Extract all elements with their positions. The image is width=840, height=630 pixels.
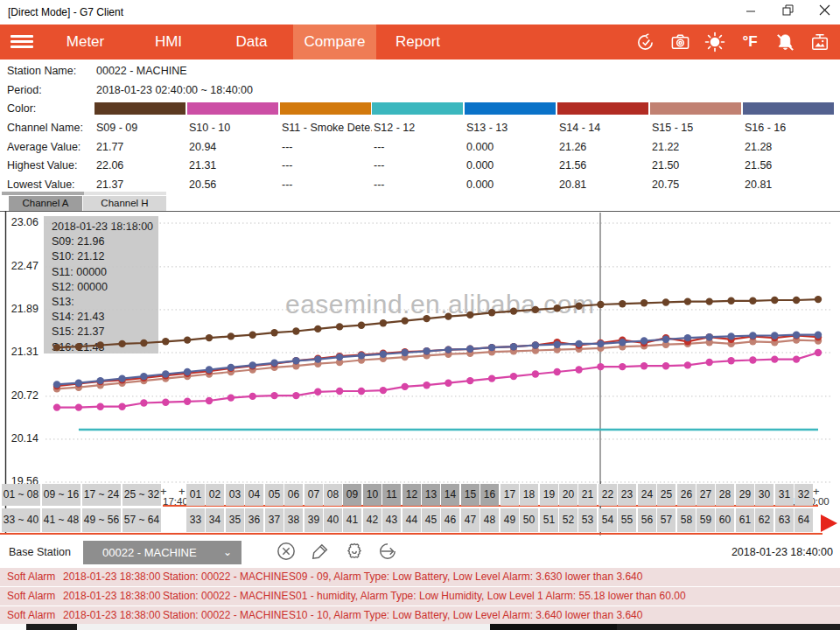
channel-button-30[interactable]: 30	[755, 484, 774, 506]
screenshot-icon[interactable]	[808, 31, 831, 53]
channel-button-27[interactable]: 27	[696, 484, 715, 506]
close-icon[interactable]	[816, 4, 833, 21]
scroll-right-arrow[interactable]	[821, 514, 837, 532]
channel-button-14[interactable]: 14	[441, 484, 459, 506]
clear-icon[interactable]	[276, 542, 298, 563]
hamburger-menu-icon[interactable]	[10, 35, 33, 49]
channel-group-button[interactable]: 41 ~ 48	[42, 508, 80, 532]
camera-icon[interactable]	[668, 31, 691, 53]
channel-button-25[interactable]: 25	[657, 484, 676, 506]
tab-hmi[interactable]: HMI	[127, 24, 210, 60]
channel-button-42[interactable]: 42	[363, 508, 382, 532]
channel-button-13[interactable]: 13	[422, 484, 440, 506]
channel-group-button[interactable]: 17 ~ 24	[82, 484, 121, 506]
channel-group-button[interactable]: 01 ~ 08	[2, 484, 40, 506]
channel-button-53[interactable]: 53	[578, 508, 597, 532]
table-scrollbar-thumb[interactable]	[2, 192, 84, 195]
chevron-down-icon[interactable]: ⌄	[219, 541, 236, 564]
channel-button-47[interactable]: 47	[461, 508, 480, 532]
channel-button-38[interactable]: 38	[284, 508, 303, 532]
channel-button-09[interactable]: 09	[343, 484, 361, 506]
tab-data[interactable]: Data	[210, 24, 293, 60]
channel-button-62[interactable]: 62	[755, 508, 774, 532]
channel-button-19[interactable]: 19	[540, 484, 558, 506]
channel-button-64[interactable]: 64	[794, 508, 813, 532]
channel-button-55[interactable]: 55	[618, 508, 636, 532]
channel-button-43[interactable]: 43	[382, 508, 401, 532]
channel-button-12[interactable]: 12	[402, 484, 421, 506]
alarm-row[interactable]: Soft Alarm2018-01-23 18:38:00Station: 00…	[0, 568, 840, 586]
channel-button-40[interactable]: 40	[324, 508, 342, 532]
channel-group-button[interactable]: 33 ~ 40	[2, 508, 40, 532]
channel-button-06[interactable]: 06	[284, 484, 303, 506]
channel-button-28[interactable]: 28	[716, 484, 734, 506]
channel-button-33[interactable]: 33	[186, 508, 205, 532]
channel-button-54[interactable]: 54	[598, 508, 617, 532]
channel-button-10[interactable]: 10	[363, 484, 382, 506]
tab-channel-a[interactable]: Channel A	[9, 196, 82, 211]
channel-button-07[interactable]: 07	[304, 484, 323, 506]
channel-button-11[interactable]: 11	[382, 484, 401, 506]
channel-group-button[interactable]: 49 ~ 56	[82, 508, 121, 532]
channel-button-04[interactable]: 04	[245, 484, 263, 506]
channel-button-41[interactable]: 41	[343, 508, 361, 532]
channel-button-34[interactable]: 34	[206, 508, 224, 532]
alarm-row[interactable]: Soft Alarm2018-01-23 18:38:00Station: 00…	[0, 606, 840, 625]
channel-button-08[interactable]: 08	[324, 484, 342, 506]
tab-compare[interactable]: Compare	[293, 24, 376, 60]
channel-button-05[interactable]: 05	[265, 484, 284, 506]
channel-button-20[interactable]: 20	[559, 484, 578, 506]
channel-button-16[interactable]: 16	[480, 484, 499, 506]
channel-button-36[interactable]: 36	[245, 508, 263, 532]
channel-group-button[interactable]: 57 ~ 64	[122, 508, 161, 532]
channel-button-37[interactable]: 37	[265, 508, 284, 532]
channel-button-46[interactable]: 46	[441, 508, 459, 532]
channel-button-48[interactable]: 48	[480, 508, 499, 532]
channel-button-29[interactable]: 29	[736, 484, 754, 506]
channel-button-58[interactable]: 58	[677, 508, 696, 532]
channel-button-01[interactable]: 01	[186, 484, 205, 506]
channel-group-button[interactable]: 25 ~ 32	[122, 484, 161, 506]
channel-button-18[interactable]: 18	[520, 484, 538, 506]
channel-button-63[interactable]: 63	[775, 508, 794, 532]
channel-button-03[interactable]: 03	[226, 484, 244, 506]
zoom-plus-icon[interactable]: +	[160, 485, 167, 498]
channel-button-32[interactable]: 32	[794, 484, 813, 506]
channel-group-button[interactable]: 09 ~ 16	[42, 484, 80, 506]
zoom-plus-icon[interactable]: +	[813, 485, 820, 498]
channel-button-21[interactable]: 21	[578, 484, 597, 506]
brightness-icon[interactable]	[704, 31, 726, 53]
channel-button-50[interactable]: 50	[520, 508, 538, 532]
channel-button-51[interactable]: 51	[540, 508, 558, 532]
tab-report[interactable]: Report	[376, 24, 459, 60]
channel-button-23[interactable]: 23	[618, 484, 636, 506]
channel-button-52[interactable]: 52	[559, 508, 578, 532]
restore-icon[interactable]	[779, 4, 796, 21]
channel-button-02[interactable]: 02	[206, 484, 224, 506]
channel-button-60[interactable]: 60	[716, 508, 734, 532]
channel-button-39[interactable]: 39	[304, 508, 323, 532]
channel-button-17[interactable]: 17	[500, 484, 519, 506]
minimize-icon[interactable]	[742, 4, 760, 21]
edit-icon[interactable]	[311, 542, 332, 563]
alarm-row[interactable]: Soft Alarm2018-01-23 18:38:00Station: 00…	[0, 587, 840, 606]
zoom-plus-icon[interactable]: +	[178, 485, 186, 498]
channel-button-56[interactable]: 56	[638, 508, 656, 532]
export-icon[interactable]	[378, 542, 399, 563]
channel-button-45[interactable]: 45	[422, 508, 440, 532]
alarm-mute-icon[interactable]	[774, 31, 796, 53]
channel-button-24[interactable]: 24	[638, 484, 656, 506]
channel-button-26[interactable]: 26	[677, 484, 696, 506]
fahrenheit-toggle[interactable]: °F	[738, 31, 761, 53]
channel-button-44[interactable]: 44	[402, 508, 421, 532]
settings-icon[interactable]	[345, 542, 366, 563]
channel-button-57[interactable]: 57	[657, 508, 676, 532]
tab-meter[interactable]: Meter	[44, 24, 127, 60]
channel-button-22[interactable]: 22	[598, 484, 617, 506]
channel-button-31[interactable]: 31	[775, 484, 794, 506]
channel-button-59[interactable]: 59	[696, 508, 715, 532]
channel-button-61[interactable]: 61	[736, 508, 754, 532]
sync-icon[interactable]	[634, 31, 656, 53]
channel-button-15[interactable]: 15	[461, 484, 480, 506]
channel-button-49[interactable]: 49	[500, 508, 519, 532]
